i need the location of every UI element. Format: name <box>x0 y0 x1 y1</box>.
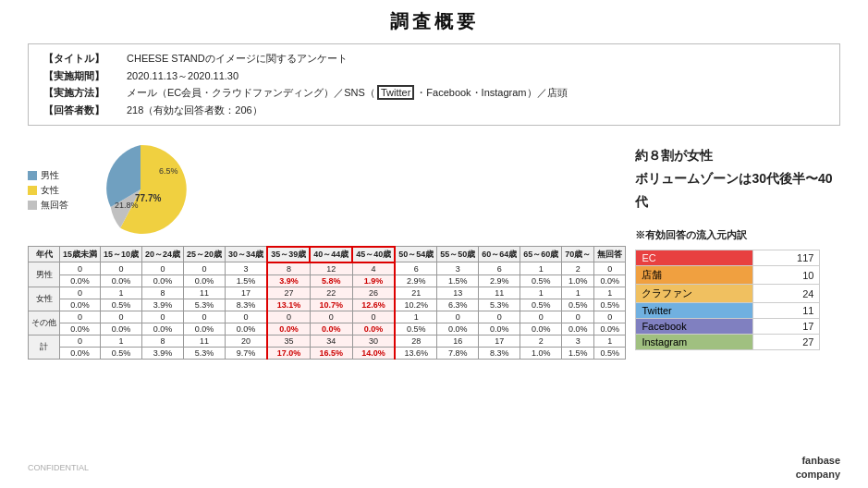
table-pct-cell: 0.5% <box>395 323 437 335</box>
table-pct-cell: 13.1% <box>267 299 310 311</box>
table-cell: 0 <box>101 262 142 275</box>
table-cell: 0 <box>437 311 479 323</box>
method-label: 【実施方法】 <box>43 84 127 102</box>
source-label: EC <box>636 250 753 266</box>
summary-line2: ボリュームゾーンは30代後半〜40代 <box>635 167 840 214</box>
method-value: メール（EC会員・クラウドファンディング）／SNS（Twitter・Facebo… <box>127 84 568 102</box>
table-cell: 17 <box>479 335 520 347</box>
pie-chart: 6.5% 21.8% 77.7% <box>87 139 198 242</box>
pie-label-female: 77.7% <box>135 193 161 203</box>
th-15: 15～10歳 <box>101 247 142 262</box>
period-value: 2020.11.13～2020.11.30 <box>127 67 238 85</box>
table-pct-cell: 0.5% <box>562 299 594 311</box>
table-cell: 0 <box>142 262 184 275</box>
table-cell: 4 <box>352 262 395 275</box>
th-35: 35～39歳 <box>267 247 310 262</box>
legend-female-color <box>28 186 37 195</box>
th-25: 25～20歳 <box>184 247 226 262</box>
table-pct-cell: 0.5% <box>594 347 626 359</box>
table-cell: 16 <box>437 335 479 347</box>
table-pct-cell: 0.5% <box>101 299 142 311</box>
table-cell: 2 <box>562 262 594 275</box>
table-pct-cell: 0.0% <box>594 323 626 335</box>
legend-noanswer-label: 無回答 <box>41 199 68 212</box>
table-pct-cell: 12.6% <box>352 299 395 311</box>
table-cell: 6 <box>395 262 437 275</box>
table-cell: 0 <box>594 262 626 275</box>
table-cell: 1 <box>594 335 626 347</box>
table-pct-cell: 0.0% <box>60 299 101 311</box>
table-cell: 28 <box>395 335 437 347</box>
legend-noanswer: 無回答 <box>28 199 68 212</box>
table-pct-cell: 1.9% <box>352 274 395 287</box>
table-pct-cell: 0.0% <box>142 274 184 287</box>
table-cell: 0 <box>352 311 395 323</box>
table-cell: 1 <box>101 287 142 299</box>
source-title: ※有効回答の流入元内訳 <box>635 228 840 242</box>
table-cell: 34 <box>310 335 352 347</box>
table-pct-cell: 10.7% <box>310 299 352 311</box>
table-pct-cell: 0.0% <box>184 323 226 335</box>
table-pct-cell: 1.5% <box>437 274 479 287</box>
table-cell: 1 <box>101 335 142 347</box>
table-cell: 0 <box>142 311 184 323</box>
table-pct-cell: 14.0% <box>352 347 395 359</box>
table-pct-cell: 8.3% <box>226 299 268 311</box>
table-pct-cell: 0.0% <box>562 323 594 335</box>
table-pct-cell: 0.0% <box>352 323 395 335</box>
table-pct-cell: 0.0% <box>594 274 626 287</box>
source-value: 10 <box>753 266 820 285</box>
table-pct-cell: 13.6% <box>395 347 437 359</box>
table-cell: 0 <box>60 311 101 323</box>
table-cell: 0 <box>310 311 352 323</box>
table-pct-cell: 0.5% <box>520 299 562 311</box>
table-cell: 0 <box>184 311 226 323</box>
th-70: 70歳～ <box>562 247 594 262</box>
table-pct-cell: 5.3% <box>479 299 520 311</box>
source-label: Facebook <box>636 319 753 335</box>
table-cell: 0 <box>267 311 310 323</box>
table-pct-cell: 0.0% <box>520 323 562 335</box>
table-pct-cell: 1.0% <box>520 347 562 359</box>
table-pct-cell: 0.0% <box>101 274 142 287</box>
pie-label-male: 6.5% <box>159 166 178 176</box>
table-pct-cell: 0.0% <box>60 347 101 359</box>
table-pct-cell: 0.0% <box>437 323 479 335</box>
source-table: EC117店舗10クラファン24Twitter11Facebook17Insta… <box>635 250 820 350</box>
table-cell: 2 <box>520 335 562 347</box>
th-60: 60～64歳 <box>479 247 520 262</box>
table-cell: 30 <box>352 335 395 347</box>
source-value: 117 <box>753 250 820 266</box>
table-cell: 0 <box>479 311 520 323</box>
twitter-highlight: Twitter <box>377 85 414 100</box>
table-pct-cell: 0.0% <box>479 323 520 335</box>
table-pct-cell: 0.0% <box>184 274 226 287</box>
legend-male-color <box>28 171 37 180</box>
th-45: 45～40歳 <box>352 247 395 262</box>
table-cell: 1 <box>395 311 437 323</box>
table-pct-cell: 16.5% <box>310 347 352 359</box>
table-pct-cell: 1.5% <box>562 347 594 359</box>
respondents-label: 【回答者数】 <box>43 102 127 119</box>
table-pct-cell: 17.0% <box>267 347 310 359</box>
table-cell: 12 <box>310 262 352 275</box>
legend-female-label: 女性 <box>41 184 59 197</box>
table-cell: 3 <box>562 335 594 347</box>
table-pct-cell: 2.9% <box>395 274 437 287</box>
table-pct-cell: 1.0% <box>562 274 594 287</box>
info-box: 【タイトル】 CHEESE STANDのイメージに関するアンケート 【実施期間】… <box>28 43 840 126</box>
chart-legend: 男性 女性 無回答 <box>28 169 68 212</box>
table-pct-cell: 0.5% <box>594 299 626 311</box>
table-cell: 27 <box>267 287 310 299</box>
table-pct-cell: 0.0% <box>310 323 352 335</box>
th-50: 50～54歳 <box>395 247 437 262</box>
legend-male-label: 男性 <box>41 169 59 182</box>
data-table: 年代 15歳未満 15～10歳 20～24歳 25～20歳 30～34歳 35～… <box>28 246 626 360</box>
title-value: CHEESE STANDのイメージに関するアンケート <box>127 50 348 67</box>
title-label: 【タイトル】 <box>43 50 127 67</box>
table-pct-cell: 9.7% <box>226 347 268 359</box>
source-value: 17 <box>753 319 820 335</box>
table-cell: 1 <box>520 262 562 275</box>
table-pct-cell: 0.0% <box>60 323 101 335</box>
table-row-label: 女性 <box>29 287 60 311</box>
